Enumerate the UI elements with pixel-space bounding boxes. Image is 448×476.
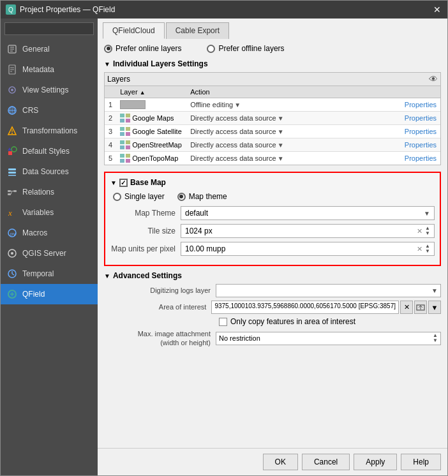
properties-link-4[interactable]: Properties [405,141,437,149]
advanced-collapse-triangle[interactable]: ▼ [104,272,110,279]
sidebar-item-relations[interactable]: Relations [1,182,98,202]
sidebar-item-macros-label: Macros [22,228,47,237]
properties-link-3[interactable]: Properties [405,128,437,135]
sidebar-item-general[interactable]: General [1,39,98,59]
properties-link-2[interactable]: Properties [405,114,437,122]
basemap-checkbox[interactable]: ✓ [119,179,128,187]
collapse-triangle[interactable]: ▼ [104,61,110,68]
map-theme-select-arrow: ▼ [424,210,430,217]
map-theme-radio[interactable] [177,193,186,201]
layer-name-3: Google Satellite [132,128,182,135]
sidebar-item-qgis-server[interactable]: QGIS Server [1,243,98,264]
svg-rect-23 [8,190,11,192]
layers-table-container: Layers 👁 Layer ▲ [104,72,441,165]
cancel-button[interactable]: Cancel [302,454,350,470]
row-action-2: Directly access data source ▼ [186,112,401,125]
action-dropdown-2[interactable]: ▼ [278,115,284,122]
map-units-row: Map units per pixel 10.00 mupp ✕ ▲ ▼ [110,242,435,256]
sidebar-item-data-sources-label: Data Sources [22,167,69,176]
sidebar-item-view-settings[interactable]: View Settings [1,80,98,100]
sidebar-item-macros[interactable]: py Macros [1,223,98,243]
prefer-online-radio[interactable] [104,45,112,53]
map-theme-select[interactable]: default ▼ [181,206,435,220]
max-image-down-button[interactable]: ▼ [433,338,438,343]
main-panel: QFieldCloud Cable Export Prefer online l… [98,19,447,475]
action-text-5: Directly access data source [190,154,276,162]
basemap-collapse-triangle[interactable]: ▼ [110,179,117,186]
table-row: 1 Offline editing ▼ [105,98,440,112]
single-layer-option[interactable]: Single layer [113,192,165,201]
tile-size-spinbox[interactable]: 1024 px ✕ ▲ ▼ [181,224,435,238]
prefer-offline-radio[interactable] [207,45,215,53]
sidebar-item-qfield-label: QField [22,290,45,299]
tab-cable-export[interactable]: Cable Export [166,22,229,39]
svg-marker-19 [8,147,11,151]
close-button[interactable]: ✕ [432,4,442,15]
svg-rect-49 [120,154,124,158]
single-layer-radio[interactable] [113,193,121,201]
svg-rect-22 [8,175,16,176]
apply-button[interactable]: Apply [354,454,397,470]
action-dropdown-1[interactable]: ▼ [234,101,241,108]
area-dropdown-button[interactable]: ▼ [428,301,441,314]
tile-size-clear-button[interactable]: ✕ [417,227,422,235]
table-row: 4 OpenStre [105,138,440,152]
layers-table: Layer ▲ Action [105,86,440,165]
sidebar-item-variables[interactable]: x Variables [1,202,98,223]
sidebar-item-data-sources[interactable]: Data Sources [1,161,98,182]
map-theme-option[interactable]: Map theme [177,192,227,201]
sidebar-item-crs[interactable]: CRS [1,100,98,121]
svg-rect-47 [120,145,124,149]
action-dropdown-5[interactable]: ▼ [278,155,284,162]
only-copy-checkbox[interactable] [219,318,227,326]
sidebar-item-transformations[interactable]: Transformations [1,121,98,141]
sidebar-item-relations-label: Relations [22,188,54,197]
action-dropdown-4[interactable]: ▼ [278,142,284,149]
metadata-icon [6,64,19,75]
view-settings-icon [6,84,19,96]
svg-rect-50 [126,154,130,158]
ok-button[interactable]: OK [263,454,298,470]
sidebar-item-temporal[interactable]: Temporal [1,264,98,284]
sidebar-item-metadata[interactable]: Metadata [1,59,98,80]
max-image-value: No restriction [219,334,260,342]
map-units-down-button[interactable]: ▼ [425,249,430,254]
area-map-button[interactable] [414,301,427,314]
area-clear-button[interactable]: ✕ [400,301,413,314]
tab-qfieldcloud[interactable]: QFieldCloud [103,22,165,39]
properties-link-1[interactable]: Properties [405,101,437,108]
row-layer-4: OpenStreetMap [116,138,186,152]
tile-size-spin-arrows: ▲ ▼ [425,226,430,236]
svg-line-27 [11,191,12,195]
properties-link-5[interactable]: Properties [405,154,437,162]
svg-point-16 [11,133,13,134]
tile-size-row: Tile size 1024 px ✕ ▲ ▼ [110,224,435,238]
sidebar-search-input[interactable] [4,22,94,35]
general-icon [6,43,19,55]
prefer-offline-option[interactable]: Prefer offline layers [207,44,284,53]
svg-rect-46 [126,140,130,144]
map-units-clear-button[interactable]: ✕ [417,245,422,253]
prefer-online-option[interactable]: Prefer online layers [104,44,181,53]
map-units-spin-arrows: ▲ ▼ [425,244,430,254]
advanced-title: Advanced Settings [113,271,182,280]
sidebar-item-transformations-label: Transformations [22,126,77,135]
svg-line-35 [12,274,14,275]
digitizing-label: Digitizing logs layer [104,286,216,295]
max-image-spinbox[interactable]: No restriction ▲ ▼ [216,332,441,345]
action-text-4: Directly access data source [190,141,276,149]
crs-icon [6,105,19,116]
map-theme-value: default [185,209,208,218]
map-units-spinbox[interactable]: 10.00 mupp ✕ ▲ ▼ [181,242,435,256]
svg-point-32 [11,252,13,255]
window-title: Project Properties — QField [20,5,432,14]
digitizing-select[interactable]: ▼ [216,284,441,297]
tile-size-down-button[interactable]: ▼ [425,231,430,236]
sidebar-item-qfield[interactable]: QField [1,284,98,304]
action-dropdown-3[interactable]: ▼ [278,128,284,135]
sidebar-item-default-styles[interactable]: Default Styles [1,141,98,161]
eye-icon[interactable]: 👁 [429,74,438,84]
help-button[interactable]: Help [401,454,441,470]
svg-rect-39 [120,119,124,123]
variables-icon: x [6,207,19,218]
